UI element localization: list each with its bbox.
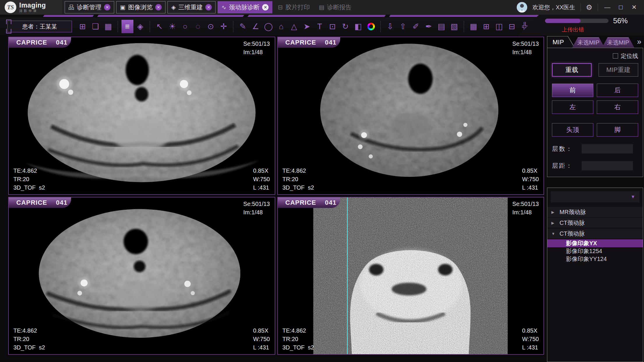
viewport-top-right[interactable]: CAPRICE 041 Se:501/13Im:1/48 TE:4.862TR:… <box>277 37 544 195</box>
open-folder-icon[interactable]: ❏ <box>89 20 101 33</box>
series-info-overlay: Se:501/13Im:1/48 <box>243 200 270 217</box>
zoom-icon[interactable]: ○ <box>179 20 191 33</box>
tree-node-ct-carotid-1[interactable]: ▶ CT颈动脉 <box>547 218 643 228</box>
cursor-icon[interactable]: ↖ <box>153 20 165 33</box>
pen-icon[interactable]: ✐ <box>410 20 422 33</box>
series-tab[interactable]: CAPRICE 041 <box>9 37 71 48</box>
user-avatar[interactable] <box>517 2 527 13</box>
settings-gear-icon[interactable]: ⚙ <box>586 3 592 12</box>
more-tabs-chevron-icon[interactable]: » <box>637 37 643 46</box>
brightness-icon[interactable]: ☀ <box>166 20 178 33</box>
close-icon[interactable]: ✕ <box>262 4 269 10</box>
patient-name: 患者：王某某 <box>22 23 57 31</box>
reload-button[interactable]: 重载 <box>552 63 592 77</box>
layer-spacing-input[interactable] <box>582 161 633 170</box>
rotate-icon[interactable]: ↻ <box>339 20 351 33</box>
layers-icon[interactable]: ≡ <box>121 20 133 33</box>
measure-line-icon[interactable]: ✎ <box>237 20 249 33</box>
tab-3d-rebuild[interactable]: ◈ 三维重建 ✕ <box>167 1 216 13</box>
text-icon[interactable]: T <box>314 20 326 33</box>
tab-diagnosis-manage[interactable]: 品 诊断管理 ✕ <box>65 1 114 13</box>
download-icon[interactable]: ⇩ <box>384 20 396 33</box>
layout-split-v-icon[interactable]: ◫ <box>493 20 505 33</box>
tab-label: 诊断报告 <box>327 3 352 11</box>
measure-polygon-icon[interactable]: ⌂ <box>275 20 287 33</box>
expand-arrow-icon[interactable]: ▼ <box>551 232 556 236</box>
series-tab[interactable]: CAPRICE 041 <box>9 197 71 208</box>
layout-quad-icon[interactable]: ⊞ <box>480 20 492 33</box>
direction-left-button[interactable]: 左 <box>552 100 593 114</box>
viewport-bottom-left[interactable]: CAPRICE 041 Se:501/13Im:1/48 TE:4.862TR:… <box>8 197 275 355</box>
zoom-region-icon[interactable]: ◌ <box>192 20 204 33</box>
measure-angle-icon[interactable]: ∠ <box>250 20 262 33</box>
mri-image <box>9 197 275 354</box>
titlebar: TS Imaging 清影华康 品 诊断管理 ✕ ▣ 图像浏览 ✕ ◈ 三维重建… <box>0 0 644 15</box>
minimize-icon[interactable]: — <box>603 4 611 11</box>
tree-leaf-impression-yy124[interactable]: 影像印象YY124 <box>547 255 643 263</box>
invert-icon[interactable]: ◧ <box>352 20 364 33</box>
brush-icon[interactable]: ✒ <box>423 20 435 33</box>
close-icon[interactable]: ✕ <box>155 4 162 10</box>
tab-carotid-diagnosis[interactable]: ∿ 颈动脉诊断 ✕ <box>218 1 272 13</box>
maximize-icon[interactable]: □ <box>617 4 625 11</box>
tree-node-ct-carotid-2[interactable]: ▼ CT颈动脉 <box>547 229 643 239</box>
zoom-x2-icon[interactable]: ⊙ <box>205 20 217 33</box>
toolbar-separator <box>464 21 464 32</box>
direction-back-button[interactable]: 后 <box>597 84 638 97</box>
measure-ellipse-icon[interactable]: ◯ <box>262 20 274 33</box>
pan-icon[interactable]: ✛ <box>218 20 230 33</box>
close-window-icon[interactable]: ✕ <box>630 4 638 11</box>
tree-node-mr-carotid[interactable]: ▶ MR颈动脉 <box>547 207 643 217</box>
layout-grid16-icon[interactable]: ▦ <box>467 20 479 33</box>
angle-icon[interactable]: △ <box>288 20 300 33</box>
cube-3d-icon[interactable]: ◈ <box>134 20 146 33</box>
mip-image <box>278 197 544 354</box>
panel-tab-unselected-mip-1[interactable]: 未选MIP <box>572 37 605 48</box>
tab-image-browse[interactable]: ▣ 图像浏览 ✕ <box>116 1 165 13</box>
tree-leaf-impression-1254[interactable]: 影像印象1254 <box>547 247 643 255</box>
layers-count-input[interactable] <box>582 144 633 153</box>
layers-count-label: 层数： <box>552 145 578 153</box>
tree-node-label: CT颈动脉 <box>560 219 585 227</box>
series-tab[interactable]: CAPRICE 041 <box>278 37 340 48</box>
tab-label: 胶片打印 <box>285 3 310 11</box>
mip-rebuild-button[interactable]: MIP重建 <box>599 63 638 77</box>
tree-leaf-impression-yx[interactable]: 影像印象YX <box>547 239 643 247</box>
direction-foot-button[interactable]: 脚 <box>597 123 638 137</box>
panel-tabs: MIP 未选MIP 未选MIP » <box>547 36 643 48</box>
add-frame-icon[interactable]: ⊡ <box>327 20 338 33</box>
viewport-bottom-right[interactable]: CAPRICE 041 Se:501/13Im:1/48 TE:4.862TR:… <box>277 197 544 355</box>
divider <box>581 3 581 11</box>
locator-line-checkbox[interactable] <box>613 53 618 59</box>
series-name: CAPRICE <box>285 199 316 206</box>
close-icon[interactable]: ✕ <box>104 4 110 10</box>
direction-front-button[interactable]: 前 <box>552 84 593 97</box>
series-number: 041 <box>56 39 68 46</box>
org-chart-icon: 品 <box>68 3 74 11</box>
direction-head-button[interactable]: 头顶 <box>552 123 593 137</box>
report-add-icon[interactable]: ▤ <box>435 20 447 33</box>
upload-error-text[interactable]: 上传出错 <box>562 26 644 33</box>
collapse-arrow-icon[interactable]: ▶ <box>551 210 556 214</box>
patient-field[interactable]: 患者：王某某 <box>7 21 72 32</box>
collapse-arrow-icon[interactable]: ▶ <box>551 221 556 225</box>
panel-tab-mip[interactable]: MIP <box>547 36 575 48</box>
series-info-overlay: Se:501/13Im:1/48 <box>512 40 539 56</box>
pointer-icon[interactable]: ➤ <box>301 20 313 33</box>
close-icon[interactable]: ✕ <box>205 4 212 10</box>
mri-image <box>278 37 544 194</box>
panel-tab-unselected-mip-2[interactable]: 未选MIP <box>602 37 634 48</box>
series-dropdown[interactable]: ▼ <box>551 191 639 202</box>
reference-line[interactable] <box>347 197 348 354</box>
locator-line-label: 定位线 <box>621 52 638 60</box>
color-wheel-icon[interactable] <box>365 20 377 33</box>
new-study-icon[interactable]: ⊞ <box>77 20 89 33</box>
upload-icon[interactable]: ⇧ <box>397 20 409 33</box>
layout-split-h-icon[interactable]: ⊟ <box>506 20 518 33</box>
printer-icon: ⊟ <box>278 4 283 11</box>
viewport-top-left[interactable]: CAPRICE 041 Se:501/13Im:1/48 TE:4.862TR:… <box>8 37 275 195</box>
image-upload-icon[interactable]: ▧ <box>448 20 460 33</box>
image-gallery-icon[interactable]: ▦ <box>102 20 114 33</box>
series-tab[interactable]: CAPRICE 041 <box>278 197 340 208</box>
direction-right-button[interactable]: 右 <box>597 100 638 114</box>
